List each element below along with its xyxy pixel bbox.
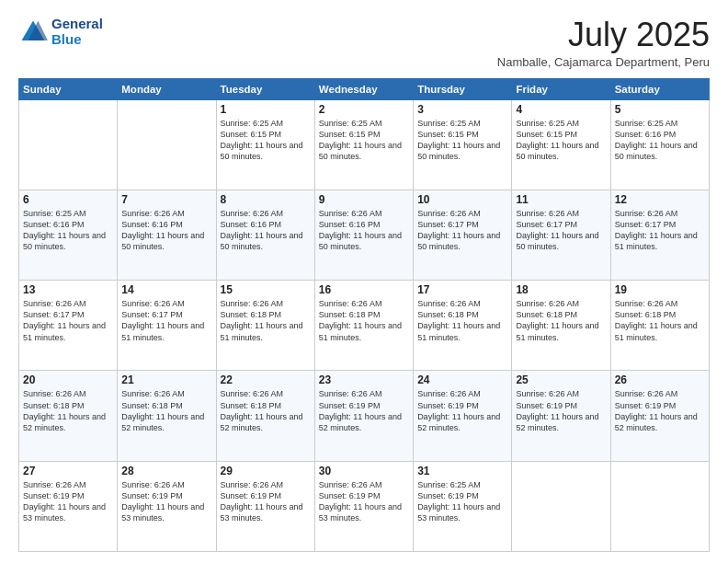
calendar-cell: 23Sunrise: 6:26 AM Sunset: 6:19 PM Dayli… [314,371,413,461]
location: Namballe, Cajamarca Department, Peru [497,55,710,69]
day-info: Sunrise: 6:26 AM Sunset: 6:19 PM Dayligh… [121,479,211,524]
logo-icon [18,17,48,47]
calendar-header-sunday: Sunday [19,78,118,99]
calendar-cell: 24Sunrise: 6:26 AM Sunset: 6:19 PM Dayli… [414,371,512,461]
day-info: Sunrise: 6:26 AM Sunset: 6:17 PM Dayligh… [121,298,211,343]
calendar-cell: 2Sunrise: 6:25 AM Sunset: 6:15 PM Daylig… [314,99,413,190]
day-info: Sunrise: 6:26 AM Sunset: 6:18 PM Dayligh… [23,388,113,433]
day-number: 30 [319,465,409,477]
day-info: Sunrise: 6:26 AM Sunset: 6:16 PM Dayligh… [319,208,409,253]
day-number: 20 [23,373,113,386]
calendar-cell: 5Sunrise: 6:25 AM Sunset: 6:16 PM Daylig… [610,99,709,190]
day-number: 6 [23,193,113,206]
calendar-header-row: SundayMondayTuesdayWednesdayThursdayFrid… [19,78,710,99]
day-info: Sunrise: 6:25 AM Sunset: 6:19 PM Dayligh… [417,479,507,524]
calendar-cell: 28Sunrise: 6:26 AM Sunset: 6:19 PM Dayli… [118,461,216,551]
day-info: Sunrise: 6:26 AM Sunset: 6:19 PM Dayligh… [23,479,113,524]
calendar-cell: 6Sunrise: 6:25 AM Sunset: 6:16 PM Daylig… [19,190,118,280]
calendar-cell: 30Sunrise: 6:26 AM Sunset: 6:19 PM Dayli… [314,461,413,551]
calendar-cell: 9Sunrise: 6:26 AM Sunset: 6:16 PM Daylig… [314,190,413,280]
page: General Blue July 2025 Namballe, Cajamar… [0,0,728,563]
day-number: 23 [319,373,409,386]
calendar-cell: 11Sunrise: 6:26 AM Sunset: 6:17 PM Dayli… [512,190,610,280]
calendar-cell: 1Sunrise: 6:25 AM Sunset: 6:15 PM Daylig… [216,99,314,190]
day-number: 16 [319,283,409,296]
day-info: Sunrise: 6:25 AM Sunset: 6:16 PM Dayligh… [23,208,113,253]
day-number: 5 [615,103,705,116]
day-number: 8 [221,193,311,206]
day-number: 18 [516,283,606,296]
calendar-cell: 29Sunrise: 6:26 AM Sunset: 6:19 PM Dayli… [216,461,314,551]
calendar-header-thursday: Thursday [414,78,512,99]
calendar-cell: 4Sunrise: 6:25 AM Sunset: 6:15 PM Daylig… [512,99,610,190]
calendar-cell: 20Sunrise: 6:26 AM Sunset: 6:18 PM Dayli… [19,371,118,461]
day-info: Sunrise: 6:25 AM Sunset: 6:16 PM Dayligh… [615,118,705,163]
day-info: Sunrise: 6:25 AM Sunset: 6:15 PM Dayligh… [417,118,507,163]
calendar-cell: 10Sunrise: 6:26 AM Sunset: 6:17 PM Dayli… [414,190,512,280]
day-info: Sunrise: 6:25 AM Sunset: 6:15 PM Dayligh… [516,118,606,163]
calendar-cell [512,461,610,551]
calendar-cell: 12Sunrise: 6:26 AM Sunset: 6:17 PM Dayli… [610,190,709,280]
day-info: Sunrise: 6:26 AM Sunset: 6:19 PM Dayligh… [319,479,409,524]
calendar-header-friday: Friday [512,78,610,99]
calendar-cell: 27Sunrise: 6:26 AM Sunset: 6:19 PM Dayli… [19,461,118,551]
day-info: Sunrise: 6:26 AM Sunset: 6:18 PM Dayligh… [516,298,606,343]
calendar-week-3: 13Sunrise: 6:26 AM Sunset: 6:17 PM Dayli… [19,281,710,371]
day-number: 22 [221,373,311,386]
calendar-week-1: 1Sunrise: 6:25 AM Sunset: 6:15 PM Daylig… [19,99,710,190]
day-info: Sunrise: 6:26 AM Sunset: 6:19 PM Dayligh… [516,388,606,433]
calendar-cell: 19Sunrise: 6:26 AM Sunset: 6:18 PM Dayli… [610,281,709,371]
calendar-cell: 22Sunrise: 6:26 AM Sunset: 6:18 PM Dayli… [216,371,314,461]
day-number: 26 [615,373,705,386]
day-info: Sunrise: 6:25 AM Sunset: 6:15 PM Dayligh… [319,118,409,163]
calendar-cell: 13Sunrise: 6:26 AM Sunset: 6:17 PM Dayli… [19,281,118,371]
day-info: Sunrise: 6:26 AM Sunset: 6:18 PM Dayligh… [221,388,311,433]
calendar-week-5: 27Sunrise: 6:26 AM Sunset: 6:19 PM Dayli… [19,461,710,551]
calendar-cell: 18Sunrise: 6:26 AM Sunset: 6:18 PM Dayli… [512,281,610,371]
day-number: 28 [121,465,211,477]
calendar-week-2: 6Sunrise: 6:25 AM Sunset: 6:16 PM Daylig… [19,190,710,280]
calendar-cell: 31Sunrise: 6:25 AM Sunset: 6:19 PM Dayli… [414,461,512,551]
day-number: 29 [221,465,311,477]
calendar-cell: 21Sunrise: 6:26 AM Sunset: 6:18 PM Dayli… [118,371,216,461]
day-info: Sunrise: 6:26 AM Sunset: 6:16 PM Dayligh… [221,208,311,253]
calendar-header-saturday: Saturday [610,78,709,99]
logo: General Blue [18,17,103,47]
calendar-cell [19,99,118,190]
day-number: 24 [417,373,507,386]
day-info: Sunrise: 6:26 AM Sunset: 6:18 PM Dayligh… [615,298,705,343]
day-info: Sunrise: 6:26 AM Sunset: 6:19 PM Dayligh… [319,388,409,433]
day-number: 11 [516,193,606,206]
day-number: 31 [417,465,507,477]
day-info: Sunrise: 6:26 AM Sunset: 6:19 PM Dayligh… [615,388,705,433]
day-info: Sunrise: 6:26 AM Sunset: 6:17 PM Dayligh… [23,298,113,343]
day-number: 13 [23,283,113,296]
day-number: 4 [516,103,606,116]
calendar-cell: 3Sunrise: 6:25 AM Sunset: 6:15 PM Daylig… [414,99,512,190]
calendar-cell: 15Sunrise: 6:26 AM Sunset: 6:18 PM Dayli… [216,281,314,371]
day-number: 12 [615,193,705,206]
calendar-cell: 14Sunrise: 6:26 AM Sunset: 6:17 PM Dayli… [118,281,216,371]
day-info: Sunrise: 6:26 AM Sunset: 6:18 PM Dayligh… [417,298,507,343]
calendar-cell: 25Sunrise: 6:26 AM Sunset: 6:19 PM Dayli… [512,371,610,461]
calendar-cell: 16Sunrise: 6:26 AM Sunset: 6:18 PM Dayli… [314,281,413,371]
day-info: Sunrise: 6:26 AM Sunset: 6:16 PM Dayligh… [121,208,211,253]
day-number: 2 [319,103,409,116]
day-number: 25 [516,373,606,386]
calendar-cell: 17Sunrise: 6:26 AM Sunset: 6:18 PM Dayli… [414,281,512,371]
calendar-cell: 7Sunrise: 6:26 AM Sunset: 6:16 PM Daylig… [118,190,216,280]
calendar-header-wednesday: Wednesday [314,78,413,99]
day-number: 1 [221,103,311,116]
calendar-week-4: 20Sunrise: 6:26 AM Sunset: 6:18 PM Dayli… [19,371,710,461]
calendar: SundayMondayTuesdayWednesdayThursdayFrid… [18,78,710,552]
day-info: Sunrise: 6:26 AM Sunset: 6:19 PM Dayligh… [221,479,311,524]
day-number: 27 [23,465,113,477]
day-number: 7 [121,193,211,206]
day-number: 3 [417,103,507,116]
logo-text: General Blue [51,17,103,47]
calendar-cell [610,461,709,551]
day-number: 17 [417,283,507,296]
day-info: Sunrise: 6:26 AM Sunset: 6:17 PM Dayligh… [516,208,606,253]
day-info: Sunrise: 6:26 AM Sunset: 6:18 PM Dayligh… [121,388,211,433]
day-info: Sunrise: 6:26 AM Sunset: 6:17 PM Dayligh… [417,208,507,253]
